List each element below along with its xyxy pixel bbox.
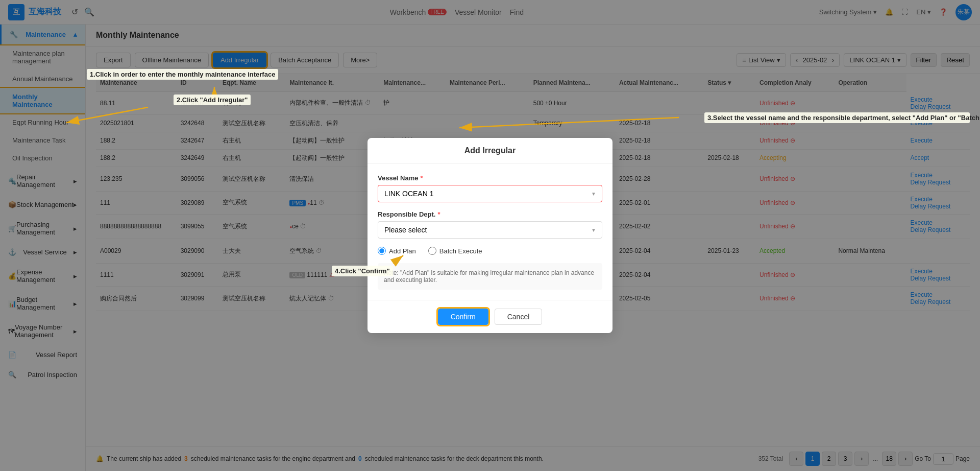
confirm-button[interactable]: Confirm [438, 309, 488, 325]
add-irregular-modal: Add Irregular Vessel Name * LINK OCEAN 1… [368, 138, 612, 333]
vessel-name-select-wrapper[interactable]: LINK OCEAN 1 [378, 185, 602, 202]
vessel-name-form-item: Vessel Name * LINK OCEAN 1 [378, 174, 602, 202]
cancel-button[interactable]: Cancel [495, 309, 543, 325]
add-plan-radio-input[interactable] [378, 247, 386, 255]
batch-execute-label: Batch Execute [439, 247, 482, 255]
modal-note: Note: "Add Plan" is suitable for making … [378, 263, 602, 290]
responsible-dept-select-wrapper[interactable]: Please select [378, 221, 602, 239]
required-mark2: * [437, 210, 440, 218]
modal-title: Add Irregular [464, 146, 516, 155]
modal-body: Vessel Name * LINK OCEAN 1 Responsible D… [368, 164, 612, 300]
add-plan-radio[interactable]: Add Plan [378, 247, 416, 255]
modal-footer: Confirm Cancel [368, 300, 612, 333]
responsible-dept-select[interactable]: Please select [378, 221, 602, 239]
vessel-name-select[interactable]: LINK OCEAN 1 [378, 185, 602, 202]
batch-execute-radio-input[interactable] [428, 247, 436, 255]
radio-group: Add Plan Batch Execute [378, 247, 602, 255]
responsible-dept-label: Responsible Dept. * [378, 210, 602, 218]
modal-header: Add Irregular [368, 138, 612, 164]
responsible-dept-form-item: Responsible Dept. * Please select [378, 210, 602, 239]
required-mark: * [421, 174, 423, 182]
modal-overlay: Add Irregular Vessel Name * LINK OCEAN 1… [0, 0, 980, 471]
vessel-name-label: Vessel Name * [378, 174, 602, 182]
add-plan-label: Add Plan [389, 247, 416, 255]
execution-type-form-item: Add Plan Batch Execute [378, 247, 602, 255]
batch-execute-radio[interactable]: Batch Execute [428, 247, 482, 255]
